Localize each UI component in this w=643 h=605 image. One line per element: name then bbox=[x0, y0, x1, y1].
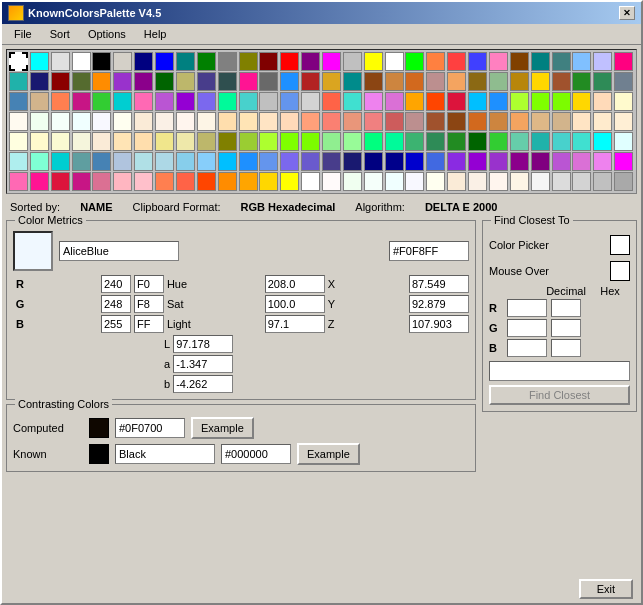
color-cell[interactable] bbox=[176, 152, 195, 171]
color-cell[interactable] bbox=[405, 72, 424, 91]
color-name-field[interactable] bbox=[59, 241, 179, 261]
r-hex-field[interactable] bbox=[134, 275, 164, 293]
color-cell[interactable] bbox=[51, 112, 70, 131]
color-cell[interactable] bbox=[531, 132, 550, 151]
color-cell[interactable] bbox=[489, 112, 508, 131]
exit-button[interactable]: Exit bbox=[579, 579, 633, 599]
color-cell[interactable] bbox=[385, 92, 404, 111]
color-cell[interactable] bbox=[280, 112, 299, 131]
color-cell[interactable] bbox=[155, 52, 174, 71]
color-cell[interactable] bbox=[447, 152, 466, 171]
color-cell[interactable] bbox=[239, 112, 258, 131]
color-cell[interactable] bbox=[259, 72, 278, 91]
color-cell[interactable] bbox=[259, 112, 278, 131]
color-cell[interactable] bbox=[30, 152, 49, 171]
color-cell[interactable] bbox=[468, 92, 487, 111]
color-cell[interactable] bbox=[155, 152, 174, 171]
color-cell[interactable] bbox=[197, 52, 216, 71]
find-b-hex[interactable] bbox=[551, 339, 581, 357]
color-cell[interactable] bbox=[614, 132, 633, 151]
color-cell[interactable] bbox=[30, 172, 49, 191]
color-cell[interactable] bbox=[426, 52, 445, 71]
color-cell[interactable] bbox=[510, 152, 529, 171]
color-cell[interactable] bbox=[301, 92, 320, 111]
color-cell[interactable] bbox=[572, 172, 591, 191]
color-cell[interactable] bbox=[322, 172, 341, 191]
color-cell[interactable] bbox=[447, 172, 466, 191]
color-cell[interactable] bbox=[614, 112, 633, 131]
color-cell[interactable] bbox=[593, 52, 612, 71]
color-cell[interactable] bbox=[197, 92, 216, 111]
menu-file[interactable]: File bbox=[6, 26, 40, 42]
color-cell[interactable] bbox=[593, 132, 612, 151]
color-cell[interactable] bbox=[468, 132, 487, 151]
color-cell[interactable] bbox=[280, 172, 299, 191]
color-cell[interactable] bbox=[322, 92, 341, 111]
color-cell[interactable] bbox=[176, 92, 195, 111]
color-cell[interactable] bbox=[426, 72, 445, 91]
color-cell[interactable] bbox=[92, 92, 111, 111]
color-cell[interactable] bbox=[426, 112, 445, 131]
color-cell[interactable] bbox=[322, 152, 341, 171]
color-cell[interactable] bbox=[489, 52, 508, 71]
z-field[interactable] bbox=[409, 315, 469, 333]
color-cell[interactable] bbox=[51, 72, 70, 91]
color-cell[interactable] bbox=[468, 172, 487, 191]
color-cell[interactable] bbox=[343, 72, 362, 91]
color-cell[interactable] bbox=[259, 132, 278, 151]
color-cell[interactable] bbox=[113, 152, 132, 171]
color-cell[interactable] bbox=[301, 52, 320, 71]
sat-field[interactable] bbox=[265, 295, 325, 313]
color-cell[interactable] bbox=[489, 172, 508, 191]
color-cell[interactable] bbox=[113, 72, 132, 91]
color-cell[interactable] bbox=[9, 112, 28, 131]
b-hex-field[interactable] bbox=[134, 315, 164, 333]
color-cell[interactable] bbox=[9, 72, 28, 91]
color-cell[interactable] bbox=[92, 172, 111, 191]
color-cell[interactable] bbox=[426, 92, 445, 111]
menu-options[interactable]: Options bbox=[80, 26, 134, 42]
color-cell[interactable] bbox=[405, 132, 424, 151]
color-cell[interactable] bbox=[572, 112, 591, 131]
known-name-field[interactable] bbox=[115, 444, 215, 464]
color-cell[interactable] bbox=[301, 172, 320, 191]
color-cell[interactable] bbox=[426, 152, 445, 171]
color-cell[interactable] bbox=[280, 52, 299, 71]
find-r-hex[interactable] bbox=[551, 299, 581, 317]
color-cell[interactable] bbox=[218, 172, 237, 191]
color-cell[interactable] bbox=[510, 112, 529, 131]
color-cell[interactable] bbox=[468, 72, 487, 91]
color-cell[interactable] bbox=[92, 152, 111, 171]
color-cell[interactable] bbox=[9, 152, 28, 171]
color-cell[interactable] bbox=[134, 112, 153, 131]
color-cell[interactable] bbox=[343, 52, 362, 71]
color-cell[interactable] bbox=[176, 132, 195, 151]
color-cell[interactable] bbox=[218, 72, 237, 91]
color-cell[interactable] bbox=[92, 72, 111, 91]
color-cell[interactable] bbox=[489, 72, 508, 91]
color-cell[interactable] bbox=[489, 92, 508, 111]
color-cell[interactable] bbox=[364, 132, 383, 151]
color-cell[interactable] bbox=[593, 72, 612, 91]
color-cell[interactable] bbox=[30, 112, 49, 131]
light-field[interactable] bbox=[265, 315, 325, 333]
color-cell[interactable] bbox=[259, 172, 278, 191]
color-cell[interactable] bbox=[155, 172, 174, 191]
find-b-dec[interactable] bbox=[507, 339, 547, 357]
color-cell[interactable] bbox=[364, 52, 383, 71]
color-cell[interactable] bbox=[280, 132, 299, 151]
color-cell[interactable] bbox=[280, 152, 299, 171]
color-cell[interactable] bbox=[134, 172, 153, 191]
color-cell[interactable] bbox=[134, 72, 153, 91]
find-g-hex[interactable] bbox=[551, 319, 581, 337]
b2-field[interactable] bbox=[173, 375, 233, 393]
color-cell[interactable] bbox=[593, 172, 612, 191]
color-cell[interactable] bbox=[259, 52, 278, 71]
color-cell[interactable] bbox=[364, 72, 383, 91]
color-cell[interactable] bbox=[552, 172, 571, 191]
color-cell[interactable] bbox=[92, 112, 111, 131]
color-cell[interactable] bbox=[531, 112, 550, 131]
color-cell[interactable] bbox=[30, 92, 49, 111]
g-hex-field[interactable] bbox=[134, 295, 164, 313]
y-field[interactable] bbox=[409, 295, 469, 313]
